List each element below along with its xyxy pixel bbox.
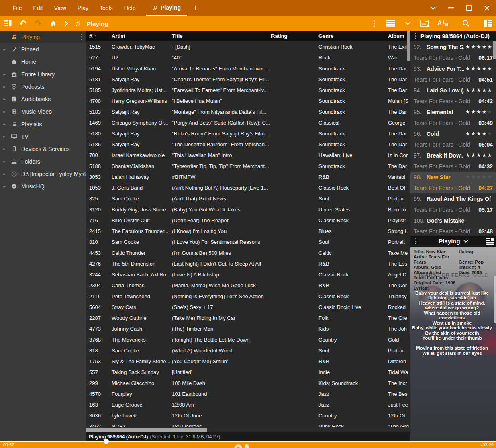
table-row[interactable]: 3036Lyle Lovett12th Of JuneCountry12th O… [86, 410, 410, 421]
menu-view[interactable]: View [49, 5, 72, 11]
sidebar-item-musichq[interactable]: ▸MusicHQ [0, 180, 86, 192]
hscroll-thumb[interactable] [86, 428, 207, 432]
table-row[interactable]: 557Taking Back Sunday[Untitled]IndieTida… [86, 367, 410, 378]
lyrics-scrollbar[interactable] [494, 276, 496, 323]
table-row[interactable]: 1053J. Geils Band(Ain't Nothing But A) H… [86, 182, 410, 193]
table-row[interactable]: 4453Celtic Thunder(I'm Gonna Be) 500 Mil… [86, 248, 410, 258]
table-row[interactable]: 5180Satyajit Ray"Ruku's Room" From Satya… [86, 128, 410, 139]
table-row[interactable]: 700Israel Kamakawiwoʻole"This Hawaiian M… [86, 150, 410, 161]
table-row[interactable]: 4276The 5th Dimension(Last Night) I Didn… [86, 258, 410, 269]
search-button[interactable] [452, 16, 480, 31]
column-rating[interactable]: Rating [271, 33, 318, 39]
minimize-button[interactable] [442, 0, 460, 16]
queue-item[interactable]: 93.Advice For T...★★★★★Tears For Fears -… [410, 63, 496, 85]
menu-help[interactable]: Help [118, 5, 141, 11]
table-row[interactable]: 716Blue Öyster Cult(Don't Fear) The Reap… [86, 215, 410, 226]
rating-stars[interactable]: ★★★★★ [465, 109, 493, 115]
queue-item-current[interactable]: 98.New Star★★★★★Tears For Fears - Gold04… [410, 172, 496, 193]
rating-stars[interactable]: ★★★★★ [465, 44, 493, 50]
sidebar-item-tv[interactable]: ▸TV [0, 130, 86, 143]
view-options-button[interactable] [366, 16, 382, 31]
table-row[interactable]: 5604Stray Cats(She's) Sexy + 17Classic R… [86, 302, 410, 313]
menu-file[interactable]: File [7, 5, 28, 11]
seek-bar[interactable] [0, 441, 496, 442]
seek-thumb[interactable] [104, 439, 109, 444]
rating-stars[interactable]: ★★★★★ [465, 152, 493, 158]
table-row[interactable]: 1753Sly & The Family Stone...(You Caught… [86, 356, 410, 367]
column-genre[interactable]: Genre [318, 33, 388, 39]
track-list-view-button[interactable] [382, 16, 400, 31]
table-row[interactable]: 527U2"40"RockWar [86, 52, 410, 63]
sidebar-item-music-video[interactable]: ▸Music Video [0, 105, 86, 118]
rating-stars[interactable]: ★★★★★ [465, 87, 493, 93]
queue-item[interactable]: 99.Raoul And The Kings Of SpainTears For… [410, 193, 496, 215]
sidebar-item-entire-library[interactable]: ▸Entire Library [0, 68, 86, 80]
table-row[interactable]: 4570Fourplay101 EastboundJazzThe Bes [86, 389, 410, 399]
maximize-button[interactable] [460, 0, 478, 16]
table-row[interactable]: 1469Chicago Symphony Or..."Porgy And Bes… [86, 117, 410, 128]
breadcrumb[interactable]: Playing [87, 20, 108, 27]
queue-item[interactable]: 92.Sowing The S...★★★★★Tears For Fears -… [410, 41, 496, 63]
table-row[interactable]: 3053Lalah Hathaway#BITMFWR&BVantabl [86, 172, 410, 182]
panel-layout-button[interactable] [480, 16, 496, 31]
table-row[interactable]: 1515Crowder, TobyMac- [Dash]Christian Ro… [86, 41, 410, 52]
column-title[interactable]: Title [172, 33, 271, 39]
menu-tools[interactable]: Tools [94, 5, 118, 11]
horizontal-scrollbar[interactable] [86, 427, 410, 432]
rating-stars[interactable]: ★ ★ ★ ★ ★ [459, 254, 490, 260]
table-row[interactable]: 5181Satyajit Ray"Charu's Theme" From Sat… [86, 74, 410, 85]
sidebar-item-playlists[interactable]: ▸Playlists [0, 118, 86, 130]
filter-editor-button[interactable]: SQL [416, 16, 434, 31]
table-row[interactable]: 825Sam Cooke(Ain't That) Good NewsSoulPo… [86, 193, 410, 204]
table-row[interactable]: 3768The Mavericks(Tonight) The Bottle Le… [86, 334, 410, 345]
table-row[interactable]: 4708Harry Gregson-Williams"i Believe Hua… [86, 96, 410, 106]
table-row[interactable]: 4773Johnny Cash(The) Timber ManKidsThe J… [86, 323, 410, 334]
table-row[interactable]: 299Michael Giacchino100 Mile DashKids; S… [86, 378, 410, 389]
table-row[interactable]: 2415The Fabulous Thunder...(I Know) I'm … [86, 226, 410, 237]
undo-button[interactable]: ↶ [15, 16, 31, 31]
table-row[interactable]: 163Euge Groove12:08 AmJazzJust Fee [86, 399, 410, 410]
sort-fields-button[interactable]: AB [434, 16, 452, 31]
table-row[interactable]: 810Sam Cooke(I Love You) For Sentimental… [86, 237, 410, 248]
kebab-icon[interactable] [415, 238, 416, 244]
queue-item[interactable]: 96.Cold★★★★★Tears For Fears - Gold05:04 [410, 128, 496, 150]
sidebar-item-pinned[interactable]: ▸Pinned [0, 43, 86, 55]
tab-playing[interactable]: ♫ Playing [146, 0, 188, 16]
menu-play[interactable]: Play [72, 5, 94, 11]
sidebar-item-d-inspector-lynley-mysteri[interactable]: ▸D:\ [Inspector Lynley Mysteri [0, 168, 86, 180]
table-row[interactable]: 2111Pete Townshend(Nothing Is Everything… [86, 291, 410, 302]
table-row[interactable]: 5183Satyajit Ray"Montage" From Nityanand… [86, 106, 410, 117]
queue-item[interactable]: 97.Break It Dow...★★★★★Tears For Fears -… [410, 150, 496, 172]
table-row[interactable]: 818Sam Cooke(What A) Wonderful WorldSoul… [86, 345, 410, 356]
table-row[interactable]: 2304Carla Thomas(Mama, Mama) Wish Me Goo… [86, 280, 410, 291]
sidebar-item-audiobooks[interactable]: ▸Audiobooks [0, 93, 86, 105]
view-dropdown-button[interactable] [400, 16, 416, 31]
rating-stars[interactable]: ★★★★★ [465, 65, 493, 72]
column-artist[interactable]: Artist [112, 33, 172, 39]
table-row[interactable]: 5188Shankar/Jaikishan"Typewriter Tip, Ti… [86, 161, 410, 172]
now-playing-title-wrap[interactable]: Playing [420, 238, 486, 245]
kebab-icon[interactable] [415, 33, 416, 39]
table-row[interactable]: 3120Buddy Guy; Joss Stone(Baby) You Got … [86, 204, 410, 215]
table-row[interactable]: 2287Woody Guthrie(Take Me) Riding In My … [86, 313, 410, 323]
queue-item[interactable]: 94.Laid So Low (...★★★★★Tears For Fears … [410, 85, 496, 106]
sidebar-toggle-button[interactable] [0, 16, 15, 31]
kebab-icon[interactable] [81, 34, 82, 40]
table-row[interactable]: 3462NOFX180 DegreesPunk Rock"The Gre [86, 421, 410, 427]
queue-item[interactable]: 95.Elemental★★★★★Tears For Fears - Gold0… [410, 106, 496, 128]
queue-scrollbar[interactable] [493, 41, 496, 59]
table-row[interactable]: 3244Sebastian Bach; Axl Ro...(Love Is) A… [86, 269, 410, 280]
rating-stars[interactable]: ★★★★★ [465, 174, 493, 180]
queue-item[interactable]: 100.God's MistakeTears For Fears - Gold0… [410, 215, 496, 236]
panel-layout-button[interactable] [486, 238, 494, 245]
rating-stars[interactable]: ★★★★★ [465, 131, 493, 137]
close-button[interactable] [478, 0, 496, 16]
sidebar-item-playing[interactable]: ▸Playing [0, 31, 86, 43]
collapse-ribbon-button[interactable] [424, 0, 442, 16]
sidebar-item-home[interactable]: ▸Home [0, 55, 86, 68]
sidebar-item-folders[interactable]: ▸Folders [0, 155, 86, 168]
menu-edit[interactable]: Edit [28, 5, 49, 11]
table-row[interactable]: 5185Jyotirindra Moitra; Ust..."Farewell … [86, 85, 410, 96]
new-tab-button[interactable]: + [187, 0, 204, 16]
home-button[interactable] [46, 16, 61, 31]
